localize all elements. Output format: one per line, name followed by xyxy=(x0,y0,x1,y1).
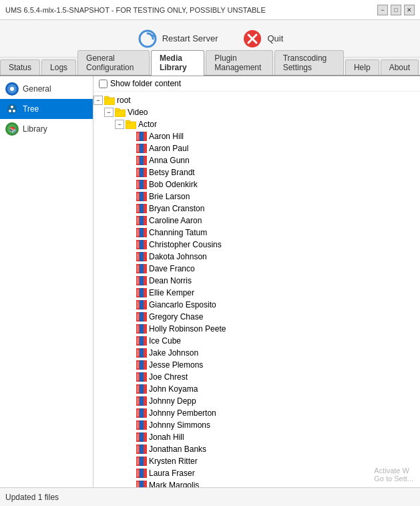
main-panel: Show folder content −root−Video−ActorAar… xyxy=(93,76,420,487)
tree-item[interactable]: Ice Cube xyxy=(93,335,420,347)
tree-item[interactable]: Jonathan Banks xyxy=(93,443,420,455)
sidebar-item-general[interactable]: General xyxy=(0,79,93,99)
tree-item[interactable]: Gregory Chase xyxy=(93,311,420,323)
nav-tab-media-library[interactable]: Media Library xyxy=(151,50,204,76)
media-icon xyxy=(136,216,147,225)
tree-item[interactable]: Johnny Simmons xyxy=(93,419,420,431)
tree-item[interactable]: Aaron Paul xyxy=(93,142,420,154)
folder-icon xyxy=(104,96,115,105)
tree-item[interactable]: −Actor xyxy=(93,118,420,130)
tree-label: Dean Norris xyxy=(149,276,192,285)
show-folder-label: Show folder content xyxy=(110,79,181,88)
sidebar-item-library[interactable]: 📚 Library xyxy=(0,119,93,139)
svg-rect-25 xyxy=(144,144,147,153)
restart-label: Restart Server xyxy=(162,33,218,43)
media-icon xyxy=(136,252,147,261)
quit-label: Quit xyxy=(267,33,283,43)
tree-label: Mark Margolis xyxy=(149,481,199,487)
nav-tab-help[interactable]: Help xyxy=(345,59,379,75)
nav-tab-transcoding-settings[interactable]: Transcoding Settings xyxy=(274,50,344,75)
tree-item[interactable]: Ellie Kemper xyxy=(93,287,420,299)
tree-item[interactable]: Jonah Hill xyxy=(93,431,420,443)
tree-item[interactable]: Krysten Ritter xyxy=(93,455,420,467)
tree-label: Jesse Plemons xyxy=(149,360,203,370)
minimize-button[interactable]: − xyxy=(377,5,388,15)
svg-text:📚: 📚 xyxy=(9,126,17,134)
tree-item[interactable]: Jesse Plemons xyxy=(93,359,420,371)
tree-label: Aaron Hill xyxy=(149,132,184,141)
close-button[interactable]: ✕ xyxy=(404,5,415,15)
quit-button[interactable]: Quit xyxy=(236,25,288,52)
svg-rect-21 xyxy=(144,132,147,141)
svg-rect-130 xyxy=(137,458,139,465)
tree-item[interactable]: Mark Margolis xyxy=(93,479,420,487)
tree-expander[interactable]: − xyxy=(93,96,103,105)
tree-item[interactable]: −Video xyxy=(93,106,420,118)
tree-item[interactable]: Dean Norris xyxy=(93,275,420,287)
svg-rect-38 xyxy=(137,181,139,188)
tree-item[interactable]: Giancarlo Esposito xyxy=(93,299,420,311)
svg-rect-69 xyxy=(144,276,147,285)
tree-item[interactable]: John Koyama xyxy=(93,383,420,395)
nav-tab-general-configuration[interactable]: General Configuration xyxy=(77,50,150,75)
tree-item[interactable]: Bryan Cranston xyxy=(93,203,420,215)
tree-item[interactable]: Johnny Pemberton xyxy=(93,407,420,419)
tree-item[interactable]: Dave Franco xyxy=(93,263,420,275)
tree-label: Ice Cube xyxy=(149,336,181,346)
svg-rect-129 xyxy=(144,457,147,466)
nav-tab-about[interactable]: About xyxy=(381,59,419,75)
svg-rect-62 xyxy=(137,253,139,260)
tree-item[interactable]: Laura Fraser xyxy=(93,467,420,479)
svg-rect-45 xyxy=(144,204,147,213)
window-controls: − □ ✕ xyxy=(377,5,415,15)
tree-item[interactable]: Aaron Hill xyxy=(93,130,420,142)
tree-item[interactable]: Holly Robinson Peete xyxy=(93,323,420,335)
folder-icon xyxy=(126,120,136,129)
nav-tab-status[interactable]: Status xyxy=(0,59,40,75)
svg-rect-81 xyxy=(144,312,147,322)
tree-item[interactable]: Jake Johnson xyxy=(93,347,420,359)
nav-tab-plugin-management[interactable]: Plugin Management xyxy=(206,50,272,75)
show-folder-checkbox[interactable] xyxy=(99,80,108,88)
tree-label: Jake Johnson xyxy=(149,348,198,358)
tree-label: Bob Odenkirk xyxy=(149,180,198,189)
tree-item[interactable]: Joe Chrest xyxy=(93,371,420,383)
tree-item[interactable]: −root xyxy=(93,94,420,106)
tree-expander[interactable]: − xyxy=(104,108,114,117)
tree-item[interactable]: Bob Odenkirk xyxy=(93,178,420,191)
tree-expander[interactable]: − xyxy=(115,120,124,129)
nav-tab-logs[interactable]: Logs xyxy=(41,59,76,75)
svg-rect-97 xyxy=(144,360,147,370)
tree-item[interactable]: Anna Gunn xyxy=(93,154,420,166)
tree-label: Gregory Chase xyxy=(149,312,203,322)
content-area: General Tree 📚 Library Show folder conte… xyxy=(0,76,420,487)
window-title: UMS 6.5.4-mlx-1.5-SNAPSHOT - FOR TESTING… xyxy=(5,6,266,14)
title-bar: UMS 6.5.4-mlx-1.5-SNAPSHOT - FOR TESTING… xyxy=(0,0,420,20)
restart-server-button[interactable]: Restart Server xyxy=(132,25,224,52)
tree-item[interactable]: Betsy Brandt xyxy=(93,166,420,178)
media-icon xyxy=(136,432,147,442)
tree-item[interactable]: Dakota Johnson xyxy=(93,251,420,263)
tree-item[interactable]: Christopher Cousins xyxy=(93,239,420,251)
svg-rect-18 xyxy=(126,120,130,123)
svg-point-10 xyxy=(13,110,15,112)
svg-rect-93 xyxy=(144,348,147,358)
svg-point-6 xyxy=(10,87,14,91)
tree-container[interactable]: −root−Video−ActorAaron HillAaron PaulAnn… xyxy=(93,92,420,487)
tree-label: Jonathan Banks xyxy=(149,445,206,454)
restart-icon xyxy=(137,28,158,49)
media-icon xyxy=(136,445,147,454)
maximize-button[interactable]: □ xyxy=(391,5,401,15)
tree-item[interactable]: Channing Tatum xyxy=(93,227,420,239)
tree-item[interactable]: Johnny Depp xyxy=(93,395,420,407)
media-icon xyxy=(136,469,147,478)
svg-rect-70 xyxy=(137,277,139,284)
tree-label: Johnny Pemberton xyxy=(149,408,216,418)
sidebar-item-tree[interactable]: Tree xyxy=(0,99,93,119)
tree-label: Krysten Ritter xyxy=(149,457,198,466)
tree-item[interactable]: Caroline Aaron xyxy=(93,215,420,227)
tree-label: Jonah Hill xyxy=(149,432,184,442)
tree-item[interactable]: Brie Larson xyxy=(93,191,420,203)
media-icon xyxy=(136,288,147,297)
tree-label: Johnny Depp xyxy=(149,396,196,406)
